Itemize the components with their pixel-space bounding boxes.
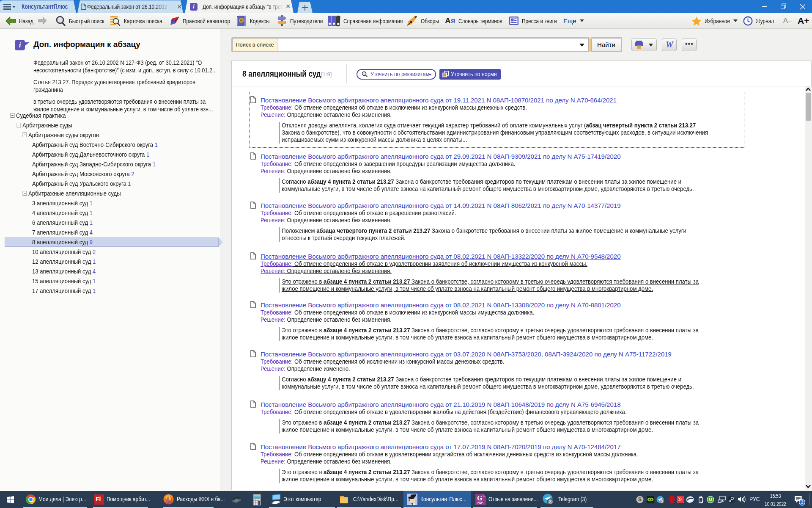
svg-text:S: S [638, 497, 642, 502]
svg-text:3: 3 [801, 500, 804, 505]
svg-text:3: 3 [661, 500, 663, 503]
svg-text:3: 3 [549, 500, 551, 504]
svg-text:i: i [19, 41, 21, 49]
